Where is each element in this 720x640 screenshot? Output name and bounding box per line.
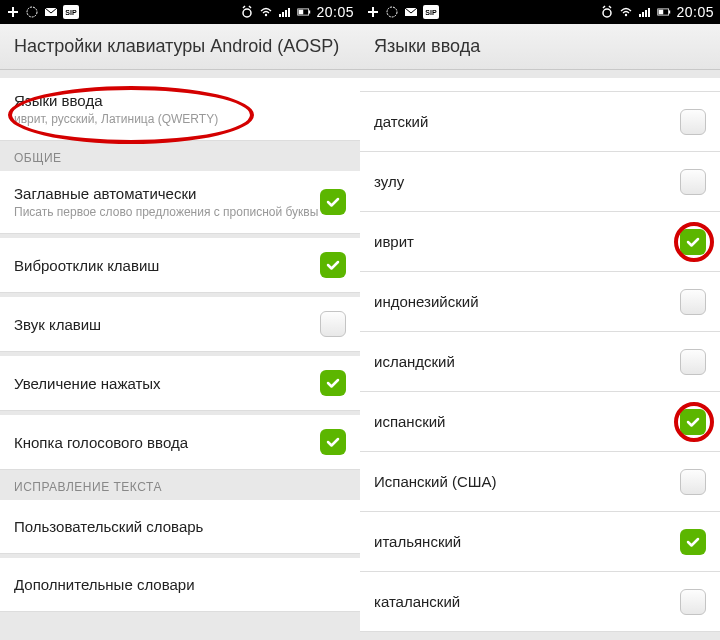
page-title-right: Языки ввода [360, 24, 720, 70]
status-bar: SIP 20:05 [360, 0, 720, 24]
toggle-off-icon[interactable] [320, 311, 346, 337]
language-row[interactable]: Испанский (США) [360, 452, 720, 512]
plus-icon [366, 5, 380, 19]
language-row[interactable]: итальянский [360, 512, 720, 572]
row-input-languages[interactable]: Языки ввода иврит, русский, Латиница (QW… [0, 78, 360, 141]
row-title: Заглавные автоматически [14, 185, 320, 202]
setting-row[interactable]: Звук клавиш [0, 297, 360, 352]
setting-row[interactable]: Виброотклик клавиш [0, 238, 360, 293]
section-correction: ИСПРАВЛЕНИЕ ТЕКСТА [0, 470, 360, 500]
dictionary-row[interactable]: Пользовательский словарь [0, 500, 360, 554]
row-title: Звук клавиш [14, 316, 320, 333]
phone-right: SIP 20:05 Языки ввода датскийзулуивритин… [360, 0, 720, 640]
wifi-icon [619, 5, 633, 19]
row-title: Увеличение нажатых [14, 375, 320, 392]
svg-rect-16 [368, 11, 378, 13]
svg-rect-29 [659, 10, 664, 15]
toggle-off-icon[interactable] [680, 469, 706, 495]
toggle-on-icon[interactable] [680, 529, 706, 555]
row-title: Виброотклик клавиш [14, 257, 320, 274]
svg-rect-9 [282, 12, 284, 17]
setting-row[interactable]: Заглавные автоматически Писать первое сл… [0, 171, 360, 234]
svg-rect-28 [669, 10, 671, 13]
svg-point-7 [265, 14, 267, 16]
plus-icon [6, 5, 20, 19]
language-row[interactable]: иврит [360, 212, 720, 272]
language-row[interactable]: испанский [360, 392, 720, 452]
svg-point-2 [27, 7, 37, 17]
toggle-on-icon[interactable] [320, 370, 346, 396]
row-title: Дополнительные словари [14, 576, 346, 593]
language-name: зулу [374, 173, 680, 190]
language-name: испанский [374, 413, 680, 430]
mail-icon [404, 5, 418, 19]
row-subtitle: Писать первое слово предложения с пропис… [14, 205, 320, 219]
sip-icon: SIP [423, 5, 439, 19]
language-name: итальянский [374, 533, 680, 550]
svg-point-19 [603, 9, 611, 17]
toggle-off-icon[interactable] [680, 109, 706, 135]
svg-rect-24 [642, 12, 644, 17]
svg-line-6 [249, 6, 251, 8]
svg-rect-14 [299, 10, 304, 15]
battery-icon [657, 5, 671, 19]
language-row[interactable]: индонезийский [360, 272, 720, 332]
language-list: датскийзулуивритиндонезийскийисландскийи… [360, 78, 720, 632]
svg-point-22 [625, 14, 627, 16]
language-name: индонезийский [374, 293, 680, 310]
status-bar: SIP 20:05 [0, 0, 360, 24]
sip-icon: SIP [63, 5, 79, 19]
svg-point-4 [243, 9, 251, 17]
signal-icon [278, 5, 292, 19]
setting-row[interactable]: Кнопка голосового ввода [0, 415, 360, 470]
language-name: иврит [374, 233, 680, 250]
toggle-on-icon[interactable] [680, 229, 706, 255]
language-name: исландский [374, 353, 680, 370]
toggle-on-icon[interactable] [320, 189, 346, 215]
svg-point-17 [387, 7, 397, 17]
battery-icon [297, 5, 311, 19]
toggle-on-icon[interactable] [320, 429, 346, 455]
language-row[interactable]: датский [360, 92, 720, 152]
row-subtitle: иврит, русский, Латиница (QWERTY) [14, 112, 346, 126]
language-row[interactable]: зулу [360, 152, 720, 212]
language-name: Испанский (США) [374, 473, 680, 490]
spinner-icon [25, 5, 39, 19]
svg-line-20 [603, 6, 605, 8]
partial-row-top [360, 78, 720, 92]
toggle-off-icon[interactable] [680, 169, 706, 195]
svg-rect-1 [8, 11, 18, 13]
alarm-icon [240, 5, 254, 19]
status-clock: 20:05 [676, 4, 714, 20]
phone-left: SIP 20:05 Настройки клавиатуры Android (… [0, 0, 360, 640]
language-row[interactable]: исландский [360, 332, 720, 392]
language-name: датский [374, 113, 680, 130]
svg-rect-23 [639, 14, 641, 17]
section-general: ОБЩИЕ [0, 141, 360, 171]
setting-row[interactable]: Увеличение нажатых [0, 356, 360, 411]
language-name: каталанский [374, 593, 680, 610]
toggle-off-icon[interactable] [680, 589, 706, 615]
language-row[interactable]: каталанский [360, 572, 720, 632]
svg-rect-11 [288, 8, 290, 17]
svg-rect-13 [309, 10, 311, 13]
toggle-off-icon[interactable] [680, 349, 706, 375]
row-title: Кнопка голосового ввода [14, 434, 320, 451]
svg-rect-8 [279, 14, 281, 17]
settings-list: Языки ввода иврит, русский, Латиница (QW… [0, 70, 360, 612]
toggle-on-icon[interactable] [320, 252, 346, 278]
mail-icon [44, 5, 58, 19]
dictionary-row[interactable]: Дополнительные словари [0, 558, 360, 612]
wifi-icon [259, 5, 273, 19]
toggle-on-icon[interactable] [680, 409, 706, 435]
alarm-icon [600, 5, 614, 19]
spinner-icon [385, 5, 399, 19]
signal-icon [638, 5, 652, 19]
svg-line-5 [243, 6, 245, 8]
status-clock: 20:05 [316, 4, 354, 20]
row-title: Пользовательский словарь [14, 518, 346, 535]
svg-rect-25 [645, 10, 647, 17]
row-title: Языки ввода [14, 92, 346, 109]
toggle-off-icon[interactable] [680, 289, 706, 315]
svg-line-21 [609, 6, 611, 8]
